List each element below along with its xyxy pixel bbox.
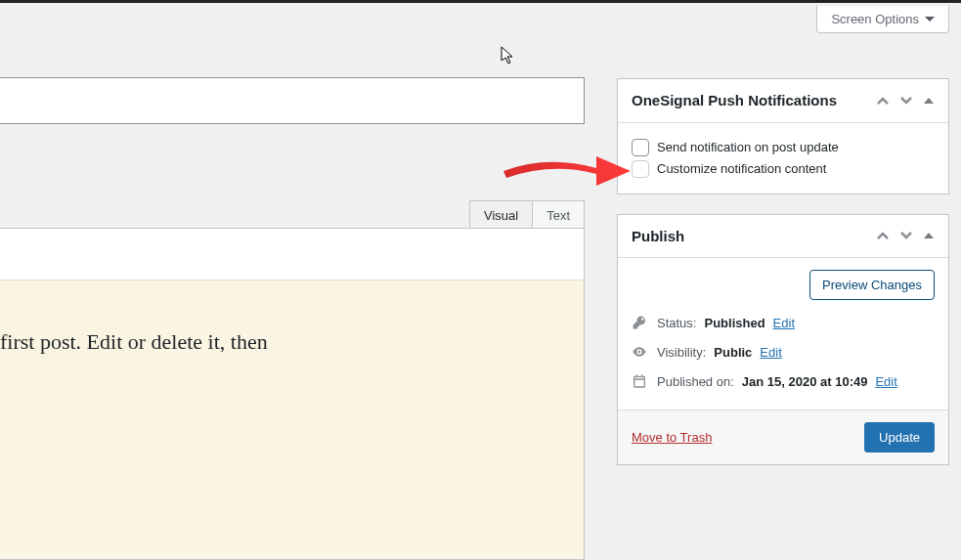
schedule-edit-link[interactable]: Edit — [875, 374, 896, 389]
send-notification-checkbox[interactable] — [632, 139, 649, 156]
move-to-trash-link[interactable]: Move to Trash — [632, 430, 712, 445]
chevron-down-icon[interactable] — [899, 231, 913, 240]
chevron-up-icon[interactable] — [876, 96, 890, 106]
status-value: Published — [704, 316, 764, 330]
customize-content-row[interactable]: Customize notification content — [632, 160, 935, 178]
status-row: Status: Published Edit — [632, 308, 935, 337]
annotation-arrow-icon — [499, 147, 635, 195]
publish-title: Publish — [632, 227, 684, 246]
tab-visual[interactable]: Visual — [469, 200, 533, 231]
screen-options-label: Screen Options — [831, 12, 919, 26]
preview-changes-button[interactable]: Preview Changes — [809, 270, 935, 300]
key-icon — [632, 315, 649, 330]
cursor-icon — [501, 46, 516, 65]
admin-bar — [0, 0, 961, 3]
chevron-down-icon[interactable] — [899, 96, 913, 106]
triangle-up-icon[interactable] — [923, 231, 935, 240]
editor-toolbar — [0, 228, 585, 280]
status-label: Status: — [657, 316, 696, 330]
editor-tabs: Visual Text — [0, 200, 585, 231]
chevron-down-icon — [925, 16, 935, 23]
schedule-label: Published on: — [657, 374, 734, 389]
eye-icon — [632, 344, 649, 360]
update-button[interactable]: Update — [864, 422, 935, 452]
triangle-up-icon[interactable] — [923, 96, 935, 106]
post-content-text: first post. Edit or delete it, then — [0, 329, 268, 354]
status-edit-link[interactable]: Edit — [773, 316, 795, 330]
send-notification-row[interactable]: Send notification on post update — [632, 139, 935, 156]
customize-content-checkbox[interactable] — [632, 160, 649, 178]
post-title-input[interactable] — [0, 77, 585, 124]
send-notification-label: Send notification on post update — [657, 140, 839, 154]
schedule-row: Published on: Jan 15, 2020 at 10:49 Edit — [632, 366, 935, 396]
publish-header: Publish — [618, 215, 948, 259]
visibility-row: Visibility: Public Edit — [632, 337, 935, 366]
onesignal-metabox: OneSignal Push Notifications Send notifi… — [617, 78, 949, 194]
post-content-editor[interactable]: first post. Edit or delete it, then — [0, 280, 585, 560]
onesignal-title: OneSignal Push Notifications — [632, 91, 837, 110]
customize-content-label: Customize notification content — [657, 161, 826, 176]
tab-text[interactable]: Text — [532, 200, 585, 231]
sidebar: OneSignal Push Notifications Send notifi… — [617, 78, 949, 465]
chevron-up-icon[interactable] — [876, 231, 890, 240]
screen-options-toggle[interactable]: Screen Options — [816, 6, 949, 33]
onesignal-header: OneSignal Push Notifications — [618, 79, 948, 123]
calendar-icon — [632, 373, 649, 389]
visibility-label: Visibility: — [657, 345, 706, 360]
visibility-edit-link[interactable]: Edit — [760, 345, 781, 360]
visibility-value: Public — [714, 345, 752, 360]
publish-metabox: Publish Preview Changes Status: Publishe… — [617, 214, 949, 466]
schedule-value: Jan 15, 2020 at 10:49 — [742, 374, 868, 389]
